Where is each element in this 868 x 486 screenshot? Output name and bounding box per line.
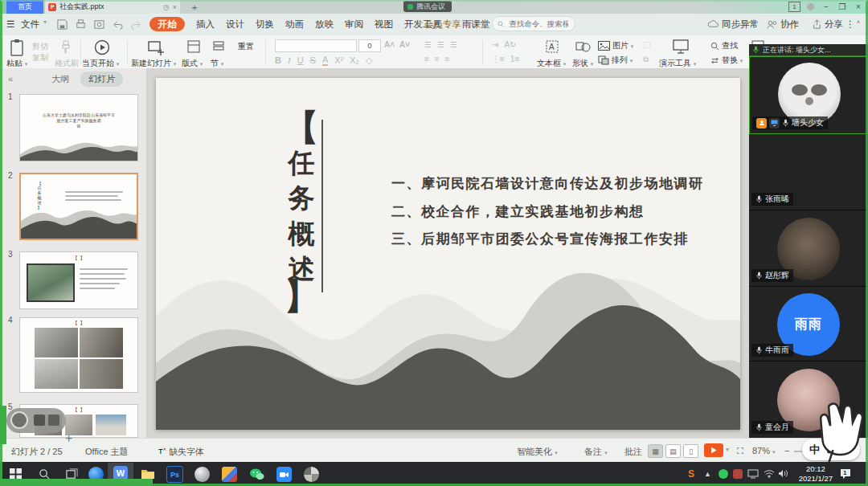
superscript-button[interactable]: X² — [334, 55, 343, 65]
globe-app-icon[interactable] — [193, 465, 211, 484]
zoom-level[interactable]: 87% ▾ — [752, 446, 776, 455]
participant-tile-1[interactable]: 墙头少女 — [749, 56, 868, 134]
highlight-button[interactable]: ◇ — [366, 55, 372, 66]
add-slide-button[interactable]: ＋ — [63, 431, 75, 446]
normal-view-button[interactable]: ▦ — [648, 444, 663, 458]
home-tab[interactable]: 首页 — [6, 0, 43, 14]
slideshow-play-button[interactable] — [704, 443, 723, 457]
hamburger-icon[interactable]: ☰ — [6, 18, 14, 30]
paste-button[interactable]: 粘贴 ▾ — [6, 58, 27, 69]
window-switch-badge[interactable]: 1 — [788, 2, 800, 12]
print-icon[interactable] — [75, 18, 87, 31]
user-avatar-icon[interactable] — [804, 1, 817, 13]
tencent-meeting-icon[interactable] — [275, 465, 293, 484]
smart-beautify-button[interactable]: 智能美化 ▾ — [505, 446, 558, 458]
replace-button[interactable]: 替换 ▾ — [722, 55, 743, 66]
missing-font-warning[interactable]: T 缺失字体 — [158, 446, 204, 458]
play-from-current-icon[interactable] — [94, 39, 110, 55]
close-button[interactable]: × — [852, 1, 865, 13]
wechat-icon[interactable] — [248, 465, 266, 484]
document-tab[interactable]: P 社会实践.pptx ◷ × — [45, 0, 180, 14]
cut-button[interactable]: 剪切 — [32, 41, 48, 52]
font-color-button[interactable]: A — [322, 55, 328, 66]
tab-insert[interactable]: 插入 — [196, 18, 215, 31]
reset-button[interactable]: 重置 — [238, 41, 254, 52]
font-name-box[interactable] — [275, 39, 357, 52]
slide-bullet-3[interactable]: 三、后期邹平市团委公众号宣传海报工作安排 — [391, 230, 689, 248]
font-grow-icon[interactable]: A˄ — [384, 40, 395, 49]
tab-outline[interactable]: 大纲 — [51, 73, 69, 85]
tab-animation[interactable]: 动画 — [285, 18, 304, 31]
bold-button[interactable]: B — [275, 55, 281, 65]
shapes-icon[interactable] — [575, 39, 592, 54]
slide-thumbnail-4[interactable]: 【 】 — [19, 317, 138, 393]
textbox-icon[interactable]: A — [545, 39, 559, 54]
undo-icon[interactable] — [112, 18, 124, 31]
new-slide-button[interactable]: 新建幻灯片 ▾ — [131, 58, 176, 69]
pinwheel-app-icon[interactable] — [302, 465, 321, 484]
sorter-view-button[interactable]: ▤ — [665, 444, 681, 458]
photoshop-icon[interactable]: Ps — [166, 465, 184, 484]
italic-button[interactable]: I — [288, 55, 291, 65]
section-button[interactable]: 节 ▾ — [211, 58, 223, 69]
menu-file[interactable]: 文件 — [21, 18, 39, 31]
meeting-floating-pill[interactable]: 腾讯会议 — [403, 1, 452, 12]
play-dropdown-icon[interactable]: ▾ — [726, 446, 729, 453]
collapse-panel-icon[interactable]: « — [8, 74, 13, 84]
slide-thumbnail-1[interactable]: 山东大学土建与水利学院赴山东省邹平市 助力复工复产实践服务调 研 — [19, 94, 138, 161]
redo-icon[interactable] — [130, 18, 142, 31]
layout-button[interactable]: 版式 ▾ — [182, 58, 203, 69]
subscript-button[interactable]: X₂ — [350, 55, 359, 65]
cloud-sync-icon[interactable] — [707, 18, 719, 31]
collapse-ribbon-icon[interactable]: ＾ — [855, 18, 862, 27]
slide-bullet-1[interactable]: 一、摩诃民院石墙设计意向传达及初步场地调研 — [391, 174, 704, 193]
reading-view-button[interactable]: ▯ — [683, 444, 698, 458]
slide-thumbnail-2-selected[interactable]: 【任务概述】 — [19, 173, 138, 240]
comments-button[interactable]: 批注 — [612, 446, 642, 458]
slide-bullet-2[interactable]: 二、校企合作，建立实践基地初步构想 — [391, 202, 645, 221]
search-input[interactable] — [507, 18, 570, 29]
wifi-tray-icon[interactable] — [764, 469, 775, 478]
tab-view[interactable]: 视图 — [375, 18, 393, 31]
sync-status[interactable]: 同步异常 — [722, 18, 759, 31]
present-tools-icon[interactable] — [672, 39, 690, 55]
tab-member[interactable]: 会员专享 — [424, 18, 461, 31]
layout-icon[interactable] — [186, 39, 201, 54]
restore-button[interactable]: ❐ — [836, 1, 849, 13]
font-size-box[interactable]: 0 — [358, 39, 381, 52]
colorful-app-icon[interactable] — [220, 465, 239, 484]
zoom-out-button[interactable]: − — [784, 446, 789, 455]
tab-rain-classroom[interactable]: 雨课堂 — [462, 18, 490, 31]
new-tab-button[interactable]: ＋ — [190, 1, 199, 14]
underline-button[interactable]: U — [297, 55, 304, 65]
tab-transition[interactable]: 切换 — [256, 18, 274, 31]
theme-name[interactable]: Office 主题 — [85, 446, 129, 458]
slide-title-vertical[interactable]: 任 务 概 述 — [276, 145, 326, 287]
tray-expand-icon[interactable]: ▲ — [704, 470, 711, 478]
volume-tray-icon[interactable] — [778, 469, 788, 478]
paste-icon[interactable] — [10, 39, 26, 58]
editing-canvas[interactable]: 【 任 务 概 述 】 一、摩诃民院石墙设计意向传达及初步场地调研 二、校企合作… — [146, 68, 749, 438]
action-center-icon[interactable]: 1 — [839, 468, 852, 480]
textbox-button[interactable]: 文本框 ▾ — [537, 58, 566, 69]
slide-thumbnail-3[interactable]: 【 】 — [19, 251, 138, 309]
notes-button[interactable]: 备注 ▾ — [572, 446, 608, 458]
share-button[interactable]: 分享 — [825, 18, 843, 31]
wechat-tray-icon[interactable] — [719, 469, 728, 479]
collaborate-button[interactable]: 协作 — [780, 18, 799, 31]
tab-slides[interactable]: 幻灯片 — [80, 71, 123, 87]
play-from-current-button[interactable]: 当页开始 ▾ — [82, 58, 119, 69]
tab-review[interactable]: 审阅 — [345, 18, 363, 31]
tab-design[interactable]: 设计 — [226, 18, 244, 31]
arrange-button[interactable]: 排列 ▾ — [612, 55, 633, 66]
tab-slideshow[interactable]: 放映 — [315, 18, 334, 31]
command-search[interactable] — [492, 16, 575, 31]
fit-slide-icon[interactable]: ⛶ — [737, 446, 743, 456]
minimize-button[interactable]: − — [820, 1, 833, 13]
participant-tile-2[interactable]: 张雨晞 — [749, 134, 868, 210]
new-slide-icon[interactable] — [147, 39, 165, 56]
shapes-button[interactable]: 形状 ▾ — [572, 58, 593, 69]
format-painter-button[interactable]: 格式刷 — [55, 58, 79, 69]
font-shrink-icon[interactable]: A˅ — [399, 40, 410, 49]
participant-tile-4[interactable]: 雨雨 牛雨雨 — [749, 287, 868, 361]
